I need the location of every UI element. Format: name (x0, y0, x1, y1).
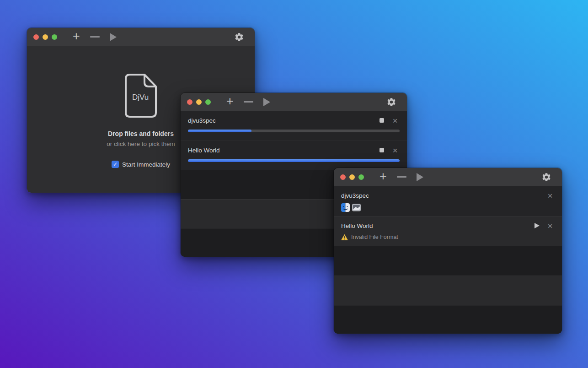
titlebar-toolbar[interactable]: + (27, 28, 255, 46)
gear-icon (386, 97, 396, 107)
progress-bar (188, 130, 400, 132)
task-row: djvu3spec × (181, 111, 407, 141)
plus-icon: + (380, 170, 387, 183)
window-results: + djvu3spec × (333, 168, 562, 334)
remove-files-button[interactable] (86, 28, 104, 46)
drop-zone-title: Drop files and folders (108, 130, 174, 137)
remove-task-button[interactable]: × (545, 221, 555, 230)
task-title: Hello World (341, 222, 373, 229)
add-files-button[interactable]: + (67, 28, 86, 46)
drop-zone-subtitle: or click here to pick them (107, 141, 175, 147)
plus-icon: + (73, 30, 80, 43)
minus-icon (90, 36, 100, 38)
warning-icon (341, 234, 348, 240)
task-title: djvu3spec (341, 192, 369, 199)
task-row: Hello World × Invalid File Format (334, 216, 562, 246)
settings-button[interactable] (537, 168, 556, 186)
window-controls (33, 34, 57, 40)
start-all-button[interactable] (104, 28, 122, 46)
stop-icon (380, 118, 384, 123)
close-window-button[interactable] (187, 99, 192, 105)
titlebar-toolbar[interactable]: + (334, 168, 562, 186)
window-controls (340, 174, 364, 180)
checkbox-box[interactable]: ✓ (112, 161, 119, 168)
close-window-button[interactable] (340, 174, 346, 180)
progress-fill (188, 159, 400, 162)
close-icon: × (392, 116, 397, 125)
desktop-background: + DjVu Drop files and folders or click h… (0, 0, 588, 368)
close-window-button[interactable] (33, 34, 39, 40)
task-status: Invalid File Format (341, 234, 555, 240)
empty-row (334, 276, 562, 305)
task-title: djvu3spec (188, 117, 216, 124)
remove-task-button[interactable]: × (545, 191, 555, 200)
window-controls (187, 99, 211, 105)
task-title: Hello World (188, 147, 220, 154)
minimize-window-button[interactable] (349, 174, 355, 180)
status-text: Invalid File Format (351, 234, 398, 240)
stop-icon (380, 148, 384, 152)
task-list: djvu3spec × (334, 186, 562, 334)
zoom-window-button[interactable] (52, 34, 57, 40)
djvu-file-icon: DjVu (124, 73, 158, 118)
image-file-icon[interactable] (352, 203, 361, 212)
plus-icon: + (226, 95, 234, 108)
gear-icon (541, 172, 551, 182)
task-row: djvu3spec × (334, 186, 562, 216)
minus-icon (397, 176, 406, 178)
add-files-button[interactable]: + (221, 93, 239, 111)
empty-row (334, 246, 562, 276)
zoom-window-button[interactable] (358, 174, 364, 180)
gear-icon (234, 32, 244, 42)
finder-file-icon[interactable] (341, 203, 350, 212)
start-all-button[interactable] (411, 168, 429, 186)
progress-fill (188, 130, 251, 132)
checkmark-icon: ✓ (113, 162, 118, 167)
stop-task-button[interactable] (377, 146, 386, 155)
start-all-button[interactable] (257, 93, 276, 111)
play-icon (110, 33, 117, 41)
file-badge-label: DjVu (132, 93, 149, 102)
progress-bar (188, 159, 400, 162)
start-task-button[interactable] (532, 221, 541, 230)
titlebar-toolbar[interactable]: + (181, 93, 407, 111)
settings-button[interactable] (230, 28, 248, 46)
empty-row (334, 305, 562, 334)
play-icon (417, 173, 423, 181)
minus-icon (244, 101, 253, 103)
close-icon: × (547, 191, 552, 200)
play-icon (263, 98, 270, 106)
close-icon: × (547, 222, 552, 230)
minimize-window-button[interactable] (196, 99, 202, 105)
remove-files-button[interactable] (392, 168, 411, 186)
add-files-button[interactable]: + (374, 168, 392, 186)
remove-task-button[interactable]: × (390, 116, 400, 125)
task-row: Hello World × (181, 141, 407, 170)
remove-task-button[interactable]: × (390, 146, 400, 155)
close-icon: × (392, 146, 397, 155)
start-immediately-checkbox[interactable]: ✓ Start Immediately (112, 161, 170, 168)
settings-button[interactable] (382, 93, 401, 111)
checkbox-label: Start Immediately (122, 161, 170, 168)
stop-task-button[interactable] (377, 116, 386, 125)
minimize-window-button[interactable] (43, 34, 48, 40)
play-icon (535, 223, 540, 228)
remove-files-button[interactable] (239, 93, 257, 111)
zoom-window-button[interactable] (205, 99, 211, 105)
